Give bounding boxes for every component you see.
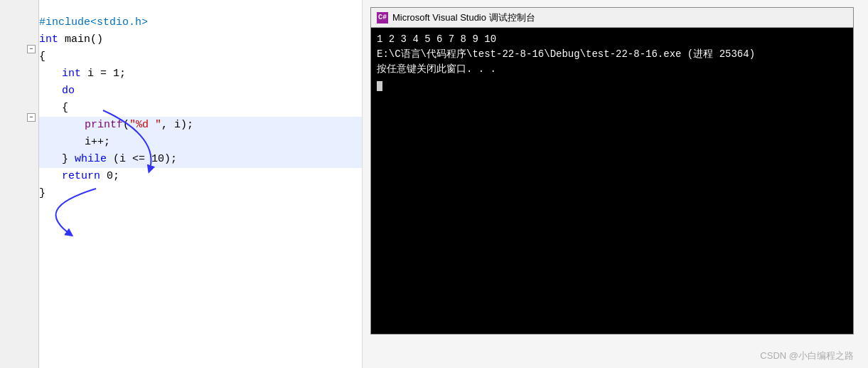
console-output-line2: E:\C语言\代码程序\test-22-8-16\Debug\test-22-8… (377, 47, 847, 62)
console-cursor (377, 81, 382, 91)
code-line-10: return 0; (39, 168, 362, 185)
brace-close-main: } (39, 187, 45, 199)
code-line-7: printf("%d ", i); (39, 117, 362, 134)
fold-button-main[interactable]: − (27, 45, 36, 53)
code-editor-panel: − − #include<stdio.h> int main() { int i… (0, 0, 363, 368)
fold-button-do[interactable]: − (27, 113, 36, 122)
code-line-11: } (39, 185, 362, 202)
stmt-i-plus: i++; (85, 136, 110, 148)
code-line-8: i++; (39, 134, 362, 151)
code-line-2: int main() (39, 31, 362, 48)
stmt-printf: printf("%d ", i); (85, 119, 193, 131)
console-panel: C# Microsoft Visual Studio 调试控制台 1 2 3 4… (370, 7, 854, 335)
stmt-return: return 0; (62, 170, 119, 182)
keyword-int: int (39, 33, 65, 46)
console-output-line3: 按任意键关闭此窗口. . . (377, 62, 847, 77)
code-line-5: do (39, 83, 362, 100)
console-output-line3-text: 按任意键关闭此窗口. . . (377, 63, 496, 75)
function-main: main() (65, 33, 103, 46)
code-line-9: } while (i <= 10); (39, 151, 362, 168)
console-output-line1: 1 2 3 4 5 6 7 8 9 10 (377, 32, 847, 47)
brace-open-1: { (39, 51, 45, 63)
code-line-4: int i = 1; (39, 65, 362, 83)
code-line-3: { (39, 48, 362, 65)
stmt-int-i: int i = 1; (62, 68, 126, 80)
stmt-while: } while (i <= 10); (62, 153, 177, 165)
console-titlebar: C# Microsoft Visual Studio 调试控制台 (371, 8, 853, 28)
vs-icon: C# (377, 12, 388, 23)
gutter: − − (0, 0, 39, 368)
watermark: CSDN @小白编程之路 (760, 349, 854, 362)
vs-icon-label: C# (378, 14, 387, 21)
brace-do-open: { (62, 102, 68, 114)
code-line-1: #include<stdio.h> (39, 14, 362, 31)
code-line-6: { (39, 100, 362, 117)
console-title: Microsoft Visual Studio 调试控制台 (392, 11, 535, 24)
console-output-body: 1 2 3 4 5 6 7 8 9 10 E:\C语言\代码程序\test-22… (371, 28, 853, 334)
console-cursor-line (377, 80, 847, 91)
code-content: #include<stdio.h> int main() { int i = 1… (39, 14, 362, 202)
keyword-do: do (62, 85, 75, 97)
preprocessor-include: #include<stdio.h> (39, 16, 148, 28)
